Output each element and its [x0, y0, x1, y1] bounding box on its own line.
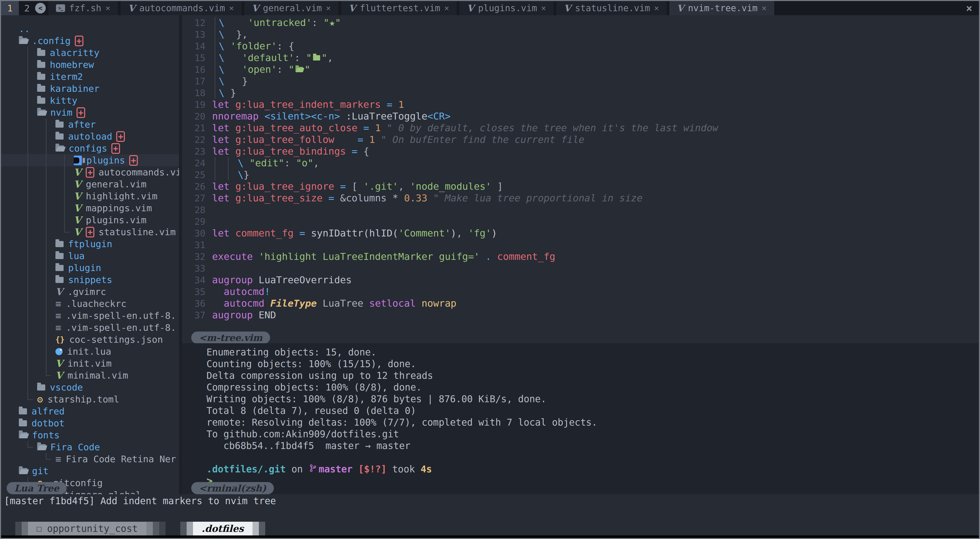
indent-guide [37, 166, 56, 178]
indent-guide [19, 453, 37, 465]
tab-statusline.vim[interactable]: Vstatusline.vim× [556, 1, 667, 15]
tree-item-lua[interactable]: lua [1, 250, 179, 262]
terminal-pane[interactable]: Enumerating objects: 15, done.Counting o… [182, 343, 979, 494]
tmux-window-dotfiles[interactable]: .dotfiles [180, 522, 265, 536]
tree-item-configs[interactable]: configs+ [1, 142, 179, 154]
tree-item-general.vim[interactable]: Vgeneral.vim [1, 178, 179, 190]
close-icon[interactable]: × [326, 3, 331, 13]
code-token: : [294, 52, 306, 63]
line-number: 15 [182, 52, 212, 63]
tree-item-highlight.vim[interactable]: Vhighlight.vim [1, 190, 179, 202]
close-icon[interactable]: × [229, 3, 234, 13]
tree-item-plugins.vim[interactable]: Vplugins.vim [1, 214, 179, 226]
back-arrow-icon[interactable]: < [35, 3, 46, 13]
tab-fzf.sh[interactable]: >_fzf.sh× [48, 1, 118, 15]
indent-guide [37, 142, 56, 154]
tree-item-git[interactable]: git [1, 465, 179, 477]
tree-item-kitty[interactable]: kitty [1, 95, 179, 107]
tree-item-dotbot[interactable]: dotbot [1, 417, 179, 429]
tmux-window-2-indicator[interactable]: 2 [19, 1, 35, 15]
vim-icon: V [348, 3, 356, 13]
code-line: 37augroup END [182, 309, 979, 321]
code-token: setlocal [369, 298, 416, 309]
tree-item-init.vim[interactable]: Vinit.vim [1, 358, 179, 369]
code-token [334, 134, 358, 145]
tree-item-Fira-Code[interactable]: Fira Code [1, 441, 179, 453]
indent-guide [56, 178, 74, 190]
close-icon[interactable]: × [959, 1, 979, 15]
tree-item-starship.toml[interactable]: ⚙starship.toml [1, 393, 179, 405]
tree-item-.config[interactable]: .config+ [1, 35, 179, 47]
tree-item-plugin[interactable]: plugin [1, 262, 179, 274]
tree-item-init.lua[interactable]: init.lua [1, 345, 179, 358]
indent-guide [56, 190, 74, 202]
tree-item-coc-settings.json[interactable]: {}coc-settings.json [1, 334, 179, 345]
tab-fluttertest.vim[interactable]: Vfluttertest.vim× [341, 1, 457, 15]
tree-item-karabiner[interactable]: karabiner [1, 83, 179, 95]
code-token [230, 227, 235, 239]
tree-item-alacritty[interactable]: alacritty [1, 47, 179, 59]
tree-item-nvim[interactable]: nvim+ [1, 107, 179, 118]
git-unstaged-badge: + [86, 227, 94, 237]
terminal-cursor-line[interactable]: > [182, 475, 979, 487]
tree-item-autoload[interactable]: autoload+ [1, 130, 179, 142]
tree-item-iterm2[interactable]: iterm2 [1, 71, 179, 83]
code-token: let [212, 146, 230, 157]
tree-item-.vim-spell-en.utf-8.[interactable]: ≡.vim-spell-en.utf-8. [1, 322, 179, 334]
tab-plugins.vim[interactable]: Vplugins.vim× [459, 1, 554, 15]
tree-item-statusline.vim[interactable]: V+statusline.vim [1, 226, 179, 238]
tree-item-mappings.vim[interactable]: Vmappings.vim [1, 202, 179, 214]
code-token: }, [236, 29, 248, 40]
code-token: \ [219, 76, 224, 87]
folder-icon [56, 265, 64, 271]
code-token: \ [219, 29, 224, 40]
tree-item-fonts[interactable]: fonts [1, 429, 179, 441]
tmux-window-1-indicator[interactable]: 1 [1, 1, 19, 15]
tree-item-label: iterm2 [50, 72, 83, 82]
tree-item-.vim-spell-en.utf-8.[interactable]: ≡.vim-spell-en.utf-8. [1, 310, 179, 322]
code-token [264, 298, 270, 309]
vim-icon: V [74, 191, 81, 201]
close-icon[interactable]: × [444, 3, 449, 13]
tree-item-label: starship.toml [48, 394, 119, 404]
tree-item-snippets[interactable]: snippets [1, 274, 179, 286]
indent-guide [212, 87, 219, 99]
code-token: <silent><c-n> [264, 111, 340, 122]
tab-autocommands.vim[interactable]: Vautocommands.vim× [121, 1, 242, 15]
indent-guide [212, 75, 219, 87]
tree-item-label: plugins [86, 155, 125, 165]
close-icon[interactable]: × [654, 3, 659, 13]
terminal-line: cb68b54..f1bd4f5 master → master [182, 440, 979, 452]
tree-item-homebrew[interactable]: homebrew [1, 59, 179, 71]
tree-item-Fira-Code-Retina-Ner[interactable]: ≡Fira Code Retina Ner [1, 453, 179, 465]
code-token [230, 134, 235, 145]
tree-item-vscode[interactable]: vscode [1, 382, 179, 393]
tree-item-alfred[interactable]: alfred [1, 405, 179, 417]
tree-item-plugins[interactable]: plugins+ [1, 154, 179, 166]
tree-item-after[interactable]: after [1, 118, 179, 130]
prompt-token: .dotfiles/.git [207, 464, 286, 475]
bottom-black-strip [1, 536, 979, 538]
tree-item-.luacheckrc[interactable]: ≡.luacheckrc [1, 298, 179, 310]
indent-guide [19, 298, 37, 310]
close-icon[interactable]: × [105, 3, 110, 13]
close-icon[interactable]: × [762, 3, 767, 13]
close-icon[interactable]: × [541, 3, 546, 13]
tree-item-autocommands.vim[interactable]: V+autocommands.vim [1, 166, 179, 178]
tree-item-.gvimrc[interactable]: V.gvimrc [1, 286, 179, 298]
tree-item-ftplugin[interactable]: ftplugin [1, 238, 179, 250]
indent-guide [37, 190, 56, 202]
code-token: 1 [369, 134, 375, 145]
tmux-window-opportunity-cost[interactable]: □ opportunity_cost [15, 522, 165, 536]
indent-guide [56, 154, 74, 166]
code-token [253, 251, 259, 262]
tree-item-minimal.vim[interactable]: Vminimal.vim [1, 369, 179, 382]
editor-pane[interactable]: 12\ 'untracked': "★"13\ },14\ 'folder': … [182, 15, 979, 343]
tab-general.vim[interactable]: Vgeneral.vim× [244, 1, 339, 15]
code-token: 1 [398, 99, 404, 110]
tree-item-..[interactable]: .. [1, 23, 179, 35]
code-token [416, 298, 422, 309]
code-token: = [387, 99, 392, 110]
code-token: " [306, 52, 312, 63]
tab-nvim-tree.vim[interactable]: Vnvim-tree.vim× [669, 1, 774, 15]
